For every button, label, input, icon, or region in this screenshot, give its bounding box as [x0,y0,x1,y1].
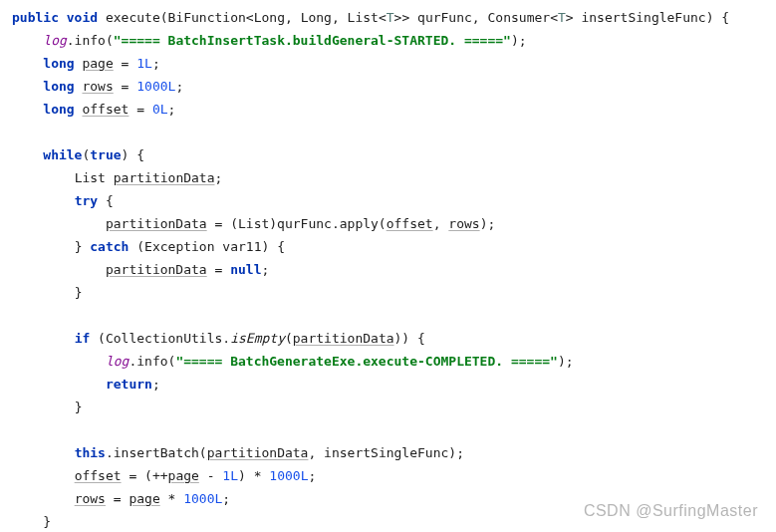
type-list: List [348,10,379,25]
kw-try: try [75,193,98,208]
kw-true: true [90,147,121,162]
line-13: } [75,285,83,300]
txt: = [106,491,129,506]
kw-if: if [75,331,91,346]
type-long: Long [254,10,285,25]
line-5: long offset = 0L; [43,102,175,117]
field-log: log [106,354,129,369]
kw-this: this [75,445,106,460]
type-bifunction: BiFunction [168,10,246,25]
kw-long: long [43,79,74,94]
txt: ) * [238,468,269,483]
var-offset: offset [75,468,122,483]
txt: = [114,79,136,94]
var-partitiondata: partitionData [207,445,309,460]
txt: = (++ [122,468,168,483]
txt: = (List)qurFunc.apply( [207,216,387,231]
txt: , insertSingleFunc); [308,445,464,460]
txt: ; [168,102,176,117]
param-qurfunc: qurFunc [417,10,472,25]
line-7: while(true) { [43,147,144,162]
kw-return: return [106,377,152,392]
txt: ); [480,216,496,231]
kw-catch: catch [90,239,129,254]
txt: ; [222,491,230,506]
var-page: page [129,491,159,506]
line-4: long rows = 1000L; [43,79,183,94]
num: 1L [222,468,238,483]
txt: } [75,239,91,254]
string-literal: "===== BatchInsertTask.buildGeneral-STAR… [114,33,511,48]
txt: ; [175,79,183,94]
line-18: } [75,399,83,414]
method-isempty: isEmpty [230,331,285,346]
line-1: public void execute(BiFunction<Long, Lon… [12,10,729,25]
type-list: List [75,170,106,185]
code-block: public void execute(BiFunction<Long, Lon… [0,0,776,532]
var-offset: offset [387,216,433,231]
line-21: offset = (++page - 1L) * 1000L; [75,468,317,483]
txt: .info( [67,33,114,48]
var-rows: rows [75,491,106,506]
txt: .insertBatch( [106,445,207,460]
txt: ) { [122,147,144,162]
txt: , [433,216,449,231]
txt: ; [152,377,160,392]
txt: { [98,193,114,208]
line-17: return; [106,377,160,392]
line-3: long page = 1L; [43,56,159,71]
txt: (Exception var11) { [129,239,285,254]
txt: ; [152,56,160,71]
param-insertsinglefunc: insertSingleFunc [581,10,705,25]
var-page: page [168,468,199,483]
type-param-t: T [558,10,566,25]
kw-while: while [43,147,82,162]
line-12: partitionData = null; [106,262,269,277]
var-partitiondata: partitionData [114,170,215,185]
line-10: partitionData = (List)qurFunc.apply(offs… [106,216,495,231]
txt: = [207,262,230,277]
num: 1000L [136,79,175,94]
txt: (CollectionUtils. [90,331,230,346]
line-15: if (CollectionUtils.isEmpty(partitionDat… [75,331,425,346]
txt: * [160,491,183,506]
txt: ( [285,331,293,346]
string-literal: "===== BatchGenerateExe.execute-COMPLETE… [175,354,558,369]
type-param-t: T [387,10,394,25]
line-8: List partitionData; [75,170,223,185]
method-name: execute [106,10,160,25]
txt: .info( [129,354,175,369]
type-long: Long [301,10,332,25]
txt: ; [261,262,269,277]
var-rows: rows [82,79,113,94]
txt: ); [511,33,527,48]
var-partitiondata: partitionData [106,262,207,277]
var-offset: offset [82,102,129,117]
kw-long: long [43,102,74,117]
txt: )) { [394,331,425,346]
line-11: } catch (Exception var11) { [75,239,285,254]
field-log: log [43,33,66,48]
txt: = [114,56,136,71]
num: 0L [152,102,168,117]
num: 1L [136,56,152,71]
txt: = [129,102,151,117]
var-partitiondata: partitionData [293,331,394,346]
kw-void: void [67,10,98,25]
type-consumer: Consumer [488,10,551,25]
var-page: page [82,56,113,71]
kw-long: long [43,56,74,71]
var-partitiondata: partitionData [106,216,207,231]
line-22: rows = page * 1000L; [75,491,231,506]
line-16: log.info("===== BatchGenerateExe.execute… [106,354,574,369]
kw-public: public [12,10,59,25]
txt: - [199,468,222,483]
txt: ; [308,468,316,483]
line-2: log.info("===== BatchInsertTask.buildGen… [43,33,526,48]
txt: ); [558,354,574,369]
var-rows: rows [448,216,479,231]
num: 1000L [183,491,222,506]
line-23: } [43,514,51,529]
kw-null: null [230,262,261,277]
txt: ; [215,170,223,185]
